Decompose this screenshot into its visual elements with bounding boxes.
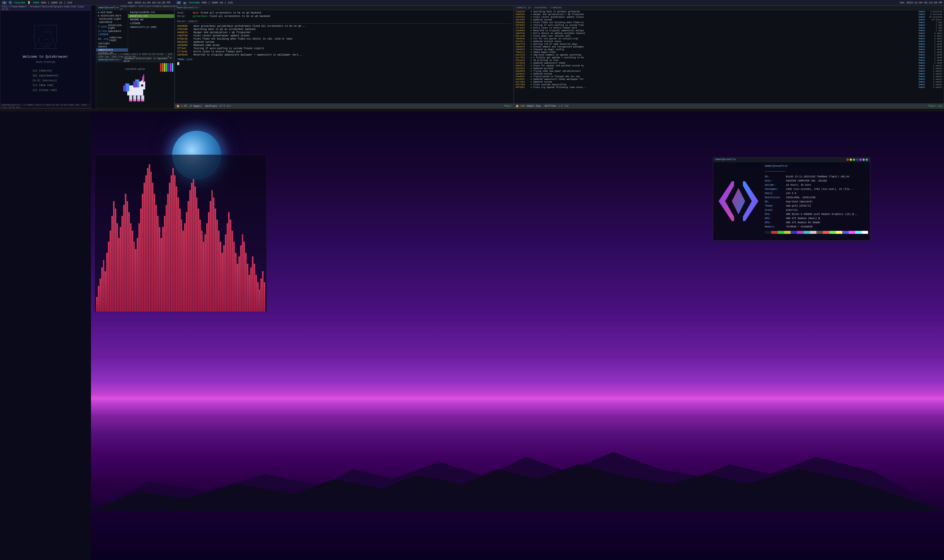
browser-url-bar: file:///home/emmet/../browser/Tech/confi…	[0, 6, 91, 11]
workspace-2[interactable]: 2	[176, 1, 181, 4]
viz-bar	[132, 231, 133, 312]
log-author: Emmet	[919, 48, 927, 51]
log-hash: 5a6b619	[515, 46, 529, 48]
viz-bar	[220, 242, 221, 312]
viz-bar	[223, 245, 225, 312]
browser-nav-closetab[interactable]: [x] [Close tab]	[32, 88, 59, 93]
git-main-header: emmet@snowfire:~	[175, 6, 514, 10]
browser-panel: file:///home/emmet/../browser/Tech/confi…	[0, 5, 91, 109]
dot-red	[847, 158, 849, 161]
git-log-item: 4e97665 ● Updated system Emmet 18 hours	[515, 18, 942, 21]
list-item[interactable]: background256.txt	[128, 11, 174, 14]
browser-nav-quickmarks[interactable]: [b] [Quickmarks]	[32, 74, 59, 78]
log-time: 2 weeks	[929, 73, 942, 75]
dot-cyan	[862, 158, 865, 161]
neofetch-color-block	[810, 231, 816, 234]
list-item[interactable]: spaceduck	[96, 21, 128, 24]
list-item[interactable]: ▶ald-hope	[96, 11, 128, 14]
git-log-header: Commits in --branches --remotes	[514, 6, 944, 10]
list-item[interactable]: polarity.txt	[128, 14, 174, 18]
neofetch-color-block	[804, 231, 810, 234]
viz-bar	[155, 205, 157, 312]
git-log-item: d327380 ● Fixes youtube hyprprofile Emme…	[515, 83, 942, 86]
list-item[interactable]: ▶selenized-dark	[96, 14, 128, 17]
browser-nav-history[interactable]: [S-h] [History]	[32, 78, 59, 83]
viz-bar	[145, 175, 147, 312]
git-log-item: 4960104 ● Ranger dnd optimization + qb f…	[515, 13, 942, 16]
mountains-svg	[91, 437, 944, 511]
viz-bar	[257, 282, 259, 312]
git-commit-item: a2568e0 Reverted to original uwwunicorn …	[177, 54, 511, 56]
list-item[interactable]: uwwunicorn-yt.yaml	[128, 25, 174, 29]
log-bullet: ●	[531, 13, 532, 16]
nf-key: Host:	[765, 179, 784, 183]
viz-bar	[231, 231, 233, 312]
list-item[interactable]: uwwunicorn	[96, 48, 128, 52]
color-swatch-blue	[168, 63, 170, 72]
log-author: Emmet	[919, 32, 927, 35]
list-item[interactable]: lr-nixspaceduck	[96, 30, 128, 33]
log-author: Emmet	[919, 11, 927, 13]
commit-hash: a958d60	[177, 44, 191, 47]
list-item[interactable]: README.md	[128, 18, 174, 22]
list-item[interactable]: f·lockselenized-light	[96, 24, 128, 30]
datetime-m1: Sat 2023-11-04 02:13:20 PM	[128, 1, 170, 4]
list-item[interactable]: ubuntu	[96, 45, 128, 48]
git-log-item: f1a623e ● Switching back to gh/main gith…	[515, 11, 942, 13]
viz-bar	[135, 249, 136, 312]
git-log-item: a2568e0 ● Reverted to original uwwunicor…	[515, 29, 942, 32]
nf-key: GPU:	[765, 220, 784, 225]
neofetch-panel: emmet@snowfire	[713, 157, 870, 241]
viz-bar	[239, 257, 240, 312]
neofetch-user: emmet@snowfire	[715, 158, 736, 161]
workspace-1[interactable]: 1	[2, 1, 7, 4]
commit-msg: Reverted to original uwwunicorn wallpaer…	[193, 54, 511, 56]
nf-val: AMD ATI Radeon RX 6800M	[786, 220, 820, 225]
git-log-item: 0c316cc ● Updated install notes Emmet 1 …	[515, 40, 942, 43]
neofetch-color-block	[823, 231, 829, 234]
git-cursor	[177, 62, 179, 65]
log-hash: 5d07f18	[515, 43, 529, 45]
app-title-m2: Youtube	[188, 1, 200, 4]
log-author: Emmet	[919, 43, 927, 45]
viz-bar	[230, 220, 231, 312]
viz-bar	[115, 209, 116, 312]
log-time: 1 week	[929, 62, 942, 65]
nf-key: Uptime:	[765, 183, 784, 187]
git-log-item: 059658e ● Fixes flake not building when …	[515, 22, 942, 24]
log-author: Emmet	[919, 70, 927, 72]
git-commit-item: 5f7942 Testing if auto-cpufreq is system…	[177, 47, 511, 50]
file-manager-status-text: emmet@snowfire ~ 1 emmet users 5 2023-11…	[98, 53, 168, 58]
viz-bar	[110, 231, 111, 312]
app-icon-m2: 📺	[183, 1, 187, 4]
svg-rect-15	[141, 99, 144, 101]
list-item[interactable]: LICENSE	[96, 33, 128, 36]
datetime-m2: Sat 2023-11-04 02:13:20 PM	[900, 1, 942, 4]
list-item[interactable]: RE·.orgtomorrow-night	[96, 36, 128, 42]
viz-bar	[152, 183, 153, 312]
viz-bar	[177, 197, 179, 312]
log-msg: Updated uwwunicorn theme	[533, 62, 917, 65]
viz-bar	[213, 197, 214, 312]
git-log-item: e4e503c ● Updated uwwunicorn theme wallp…	[515, 78, 942, 80]
list-item[interactable]: twilight	[96, 42, 128, 45]
viz-bar	[228, 212, 230, 312]
log-time: 1 day	[929, 29, 942, 32]
log-msg: Updated system	[533, 18, 917, 21]
pokemon-content: rapidash-galar	[96, 62, 174, 109]
log-hash: a2568e0	[515, 29, 529, 32]
git-log-item: 5a6b619 ● Pinned embark and reorganized …	[515, 46, 942, 48]
viz-bar	[118, 238, 120, 312]
viz-bar	[255, 275, 257, 312]
log-bullet: ●	[531, 83, 532, 86]
list-item[interactable]: selenized-light	[96, 17, 128, 21]
log-author: Emmet	[919, 75, 927, 78]
git-log-item: b3c7d04 ● Updated system Emmet 3 weeks	[515, 81, 942, 83]
log-hash: a568959	[515, 70, 529, 72]
list-item[interactable]: LICENSE	[128, 22, 174, 25]
browser-nav-newtab[interactable]: [t] [New tab]	[32, 83, 59, 88]
neofetch-field: Host: ASUSTEK COMPUTER INC. G513QY	[765, 179, 868, 183]
viz-bar	[262, 271, 264, 312]
browser-nav-search[interactable]: [o] [Search]	[32, 69, 59, 74]
viz-bar	[222, 253, 223, 312]
